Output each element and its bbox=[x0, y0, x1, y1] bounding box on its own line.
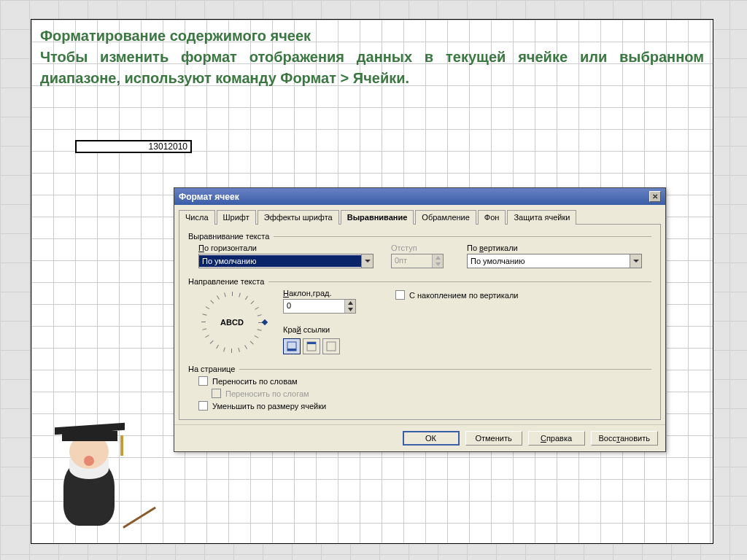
ref-edge-3[interactable] bbox=[322, 338, 340, 354]
shrink-checkbox[interactable]: Уменьшить по размеру ячейки bbox=[198, 401, 651, 411]
slide-heading: Форматирование содержимого ячеек Чтобы и… bbox=[40, 26, 704, 89]
dialog-titlebar[interactable]: Формат ячеек ✕ bbox=[174, 188, 665, 205]
spreadsheet-cell: 13012010 bbox=[75, 140, 192, 153]
indent-value: 0пт bbox=[392, 254, 432, 268]
shrink-label: Уменьшить по размеру ячейки bbox=[212, 402, 326, 411]
slide-body: Чтобы изменить формат отображения данных… bbox=[40, 47, 704, 89]
group-text-alignment: Выравнивание текста bbox=[188, 232, 651, 241]
ref-edge-2[interactable] bbox=[303, 338, 320, 354]
cancel-button[interactable]: Отменить bbox=[465, 431, 522, 446]
tilt-spinner[interactable]: 0 bbox=[283, 299, 356, 314]
slide-frame: Форматирование содержимого ячеек Чтобы и… bbox=[31, 19, 713, 544]
group-on-page: На странице bbox=[188, 365, 651, 373]
reset-button[interactable]: Восстановить bbox=[591, 431, 658, 446]
tab-numbers[interactable]: Числа bbox=[179, 210, 215, 225]
tab-alignment[interactable]: Выравнивание bbox=[341, 210, 414, 225]
group-text-direction: Направление текста bbox=[188, 277, 651, 286]
professor-illustration bbox=[34, 409, 144, 533]
vertical-align-value: По умолчанию bbox=[468, 255, 630, 267]
svg-rect-1 bbox=[287, 349, 296, 351]
ref-edge-1[interactable] bbox=[283, 338, 301, 354]
tab-font[interactable]: Шрифт bbox=[217, 210, 256, 225]
tilt-value: 0 bbox=[284, 300, 344, 313]
checkbox-icon bbox=[198, 401, 208, 411]
chevron-down-icon[interactable] bbox=[361, 254, 373, 268]
chevron-down-icon[interactable] bbox=[630, 254, 641, 268]
tab-font-effects[interactable]: Эффекты шрифта bbox=[258, 210, 339, 225]
vertical-stack-label: С накоплением по вертикали bbox=[409, 291, 518, 300]
horizontal-align-select[interactable]: По умолчанию bbox=[198, 254, 374, 268]
format-cells-dialog: Формат ячеек ✕ Числа Шрифт Эффекты шрифт… bbox=[174, 187, 666, 452]
label-horizontal: По По горизонталигоризонтали bbox=[198, 244, 374, 252]
wrap-syll-label: Переносить по слогам bbox=[225, 389, 309, 398]
spin-down-icon bbox=[433, 261, 443, 268]
spin-up-icon[interactable] bbox=[345, 300, 355, 306]
ref-edge-buttons bbox=[283, 338, 378, 354]
dialog-title: Формат ячеек bbox=[179, 192, 239, 202]
tab-strip: Числа Шрифт Эффекты шрифта Выравнивание … bbox=[174, 205, 665, 224]
label-tilt: Наклон,град. bbox=[283, 289, 378, 298]
spin-up-icon bbox=[433, 254, 443, 261]
checkbox-icon bbox=[198, 376, 208, 386]
tab-panel-alignment: Выравнивание текста По По горизонталигор… bbox=[179, 224, 661, 420]
help-button[interactable]: Справка bbox=[528, 431, 585, 446]
ok-button[interactable]: ОК bbox=[403, 431, 460, 446]
tab-protection[interactable]: Защита ячейки bbox=[507, 210, 576, 225]
vertical-align-select[interactable]: По умолчанию bbox=[467, 254, 642, 268]
label-ref-edge: Край ссылки bbox=[283, 325, 378, 334]
vertical-stack-checkbox[interactable]: С накоплением по вертикали bbox=[395, 290, 518, 300]
indent-spinner: 0пт bbox=[391, 254, 444, 268]
tab-background[interactable]: Фон bbox=[478, 210, 506, 225]
wrap-words-checkbox[interactable]: Переносить по словам bbox=[198, 376, 651, 386]
rotation-dial[interactable]: ABCD bbox=[198, 289, 266, 356]
svg-rect-4 bbox=[327, 342, 336, 351]
dialog-button-row: ОК Отменить Справка Восстановить bbox=[174, 424, 665, 451]
label-indent: Отступ bbox=[391, 244, 449, 252]
checkbox-icon bbox=[395, 290, 405, 300]
tab-borders[interactable]: Обрамление bbox=[415, 210, 476, 225]
horizontal-align-value: По умолчанию bbox=[199, 255, 361, 267]
wrap-syll-checkbox: Переносить по слогам bbox=[198, 389, 651, 398]
slide-title: Форматирование содержимого ячеек bbox=[40, 26, 704, 47]
label-vertical: По вертикали bbox=[467, 244, 642, 252]
wrap-words-label: Переносить по словам bbox=[212, 377, 298, 386]
close-icon[interactable]: ✕ bbox=[649, 191, 661, 202]
svg-rect-3 bbox=[307, 342, 316, 344]
spin-down-icon[interactable] bbox=[345, 306, 355, 313]
checkbox-icon bbox=[212, 389, 221, 398]
